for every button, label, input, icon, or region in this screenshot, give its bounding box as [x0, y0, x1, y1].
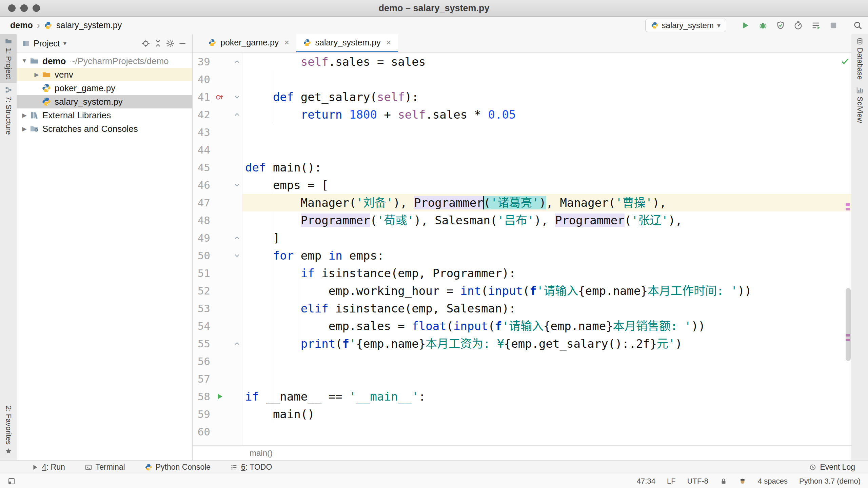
line-number: 56	[193, 352, 210, 370]
profiler-button[interactable]	[793, 21, 803, 30]
breadcrumb-function[interactable]: main()	[250, 448, 273, 458]
fold-marker-up[interactable]	[232, 335, 242, 352]
run-configuration-selector[interactable]: salary_system ▾	[645, 19, 726, 32]
breadcrumb: demo › salary_system.py	[10, 17, 122, 34]
editor-breadcrumb-bar: main()	[193, 445, 851, 460]
code-line[interactable]: def get_salary(self):	[245, 88, 419, 106]
code-line[interactable]: print(f'{emp.name}本月工资为: ¥{emp.get_salar…	[245, 335, 682, 352]
run-button[interactable]	[741, 21, 750, 30]
breadcrumb-file[interactable]: salary_system.py	[56, 20, 122, 30]
project-tool-window: Project ▾ ▼demo~/PycharmProjects/demo▶ve…	[17, 34, 192, 460]
interpreter-setting[interactable]: Python 3.7 (demo)	[799, 477, 861, 486]
code-line[interactable]: emp.working_hour = int(input(f'请输入{emp.n…	[245, 282, 751, 300]
collapse-all-button[interactable]	[154, 39, 162, 48]
code-line[interactable]: Manager('刘备'), Programmer('诸葛亮'), Manage…	[245, 194, 666, 211]
hide-panel-button[interactable]	[178, 39, 187, 48]
code-line[interactable]: elif isinstance(emp, Salesman):	[245, 300, 516, 317]
tab-close-icon[interactable]: ×	[284, 37, 289, 48]
fold-marker-down[interactable]	[232, 176, 242, 194]
override-marker-icon[interactable]	[214, 88, 226, 106]
line-number: 48	[193, 211, 210, 229]
editor-tab-poker-game-py[interactable]: poker_game.py×	[201, 34, 296, 52]
project-panel-title[interactable]: Project	[34, 39, 60, 48]
line-number: 39	[193, 53, 210, 70]
settings-gear-button[interactable]	[166, 39, 175, 48]
tree-item-venv[interactable]: ▶venv	[17, 68, 192, 81]
code-line[interactable]: Programmer('荀彧'), Salesman('吕布'), Progra…	[245, 211, 682, 229]
editor-area: poker_game.py×salary_system.py× 39 self.…	[193, 34, 851, 460]
editor-tab-salary-system-py[interactable]: salary_system.py×	[296, 34, 398, 52]
tool-button-label: 4: Run	[42, 463, 65, 472]
code-line[interactable]: ]	[245, 229, 280, 247]
tab-label: salary_system.py	[315, 38, 381, 47]
breadcrumb-project[interactable]: demo	[10, 20, 33, 30]
tree-item-scratches-and-consoles[interactable]: ▶Scratches and Consoles	[17, 122, 192, 136]
tool-button-project[interactable]: 1: Project	[0, 34, 17, 83]
inspections-profile-icon[interactable]	[739, 477, 746, 485]
tree-item-demo[interactable]: ▼demo~/PycharmProjects/demo	[17, 54, 192, 68]
chevron-down-icon[interactable]: ▾	[63, 40, 66, 47]
chevron-right-icon[interactable]: ▶	[32, 71, 42, 78]
code-line[interactable]: main()	[245, 405, 315, 423]
inspection-ok-icon[interactable]	[841, 55, 849, 64]
tool-button-event-log[interactable]: Event Log	[809, 463, 855, 472]
indent-setting[interactable]: 4 spaces	[758, 477, 788, 486]
tree-item-poker-game-py[interactable]: poker_game.py	[17, 81, 192, 95]
python-file-icon	[303, 39, 311, 47]
fold-marker-down[interactable]	[232, 247, 242, 264]
code-line[interactable]: emps = [	[245, 176, 329, 194]
line-separator[interactable]: LF	[667, 477, 676, 486]
tool-button-terminal[interactable]: Terminal	[85, 463, 125, 472]
line-number: 40	[193, 70, 210, 88]
code-line[interactable]: emp.sales = float(input(f'请输入{emp.name}本…	[245, 317, 705, 335]
vertical-scrollbar[interactable]	[846, 288, 851, 361]
tool-button-sciview[interactable]: SciView	[851, 83, 868, 126]
debug-button[interactable]	[758, 21, 768, 30]
running-list-button[interactable]	[811, 21, 821, 30]
code-line[interactable]: if isinstance(emp, Programmer):	[245, 264, 516, 282]
line-number: 50	[193, 247, 210, 264]
chevron-right-icon[interactable]: ▶	[19, 112, 29, 119]
tab-close-icon[interactable]: ×	[386, 37, 391, 48]
python-file-icon	[42, 97, 51, 106]
file-encoding[interactable]: UTF-8	[687, 477, 708, 486]
line-number: 49	[193, 229, 210, 247]
line-number: 51	[193, 264, 210, 282]
readonly-lock-icon[interactable]	[720, 477, 727, 485]
tree-item-external-libraries[interactable]: ▶External Libraries	[17, 108, 192, 122]
tool-button-structure[interactable]: 7: Structure	[0, 83, 17, 138]
fold-marker-up[interactable]	[232, 229, 242, 247]
error-stripe-mark[interactable]	[846, 203, 850, 206]
run-gutter-icon[interactable]	[214, 388, 226, 405]
tool-button-4-run[interactable]: 4: Run	[31, 463, 65, 472]
line-number: 45	[193, 159, 210, 176]
chevron-down-icon[interactable]: ▼	[19, 58, 29, 64]
code-line[interactable]: def main():	[245, 159, 321, 176]
code-line[interactable]: if __name__ == '__main__':	[245, 388, 426, 405]
code-line[interactable]: return 1800 + self.sales * 0.05	[245, 106, 516, 123]
toolwindow-switcher-icon[interactable]	[7, 477, 16, 485]
fold-marker-up[interactable]	[232, 106, 242, 123]
tool-button-python-console[interactable]: Python Console	[145, 463, 211, 472]
tool-button-favorites[interactable]: 2: Favorites	[0, 402, 17, 458]
search-everywhere-icon[interactable]	[853, 21, 863, 30]
tool-button-database[interactable]: Database	[851, 34, 868, 83]
error-stripe-mark[interactable]	[846, 208, 850, 210]
code-editor[interactable]: 39 self.sales = sales4041 def get_salary…	[193, 53, 851, 445]
tree-item-salary-system-py[interactable]: salary_system.py	[17, 95, 192, 108]
chevron-right-icon[interactable]: ▶	[19, 125, 29, 133]
tool-button-label: Terminal	[96, 463, 125, 472]
project-tree: ▼demo~/PycharmProjects/demo▶venvpoker_ga…	[17, 53, 192, 460]
code-line[interactable]: for emp in emps:	[245, 247, 384, 264]
line-number: 53	[193, 300, 210, 317]
fold-marker-up[interactable]	[232, 53, 242, 70]
locate-file-button[interactable]	[141, 39, 150, 48]
code-line[interactable]: self.sales = sales	[245, 53, 426, 70]
tool-button-6-todo[interactable]: 6: TODO	[230, 463, 272, 472]
tool-button-label: 6: TODO	[241, 463, 272, 472]
editor-tab-bar: poker_game.py×salary_system.py×	[193, 34, 851, 53]
fold-marker-down[interactable]	[232, 88, 242, 106]
line-number: 52	[193, 282, 210, 300]
coverage-button[interactable]	[776, 21, 785, 30]
caret-position[interactable]: 47:34	[637, 477, 655, 486]
